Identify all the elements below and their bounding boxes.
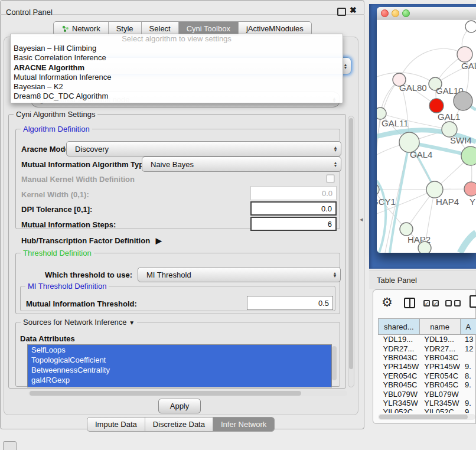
tab-label: Infer Network	[221, 420, 266, 429]
data-attributes-list[interactable]: SelfLoopsTopologicalCoefficientBetweenne…	[27, 344, 332, 387]
columns-icon[interactable]	[404, 298, 415, 308]
network-node-gal11[interactable]	[377, 107, 386, 119]
apply-label: Apply	[170, 402, 190, 410]
dpi-tolerance-label: DPI Tolerance [0,1]:	[21, 205, 92, 214]
aracne-mode-select[interactable]: Discovery ▲▼	[66, 141, 341, 156]
stepper-icon: ▲▼	[330, 272, 340, 278]
settings-vertical-scrollbar[interactable]	[348, 116, 354, 387]
tab-label: Impute Data	[95, 420, 137, 429]
network-node-label: HAP4	[436, 197, 459, 207]
deselect-all-icon[interactable]	[445, 300, 452, 306]
network-edge-highlighted[interactable]	[460, 233, 476, 253]
aracne-mode-label: Aracne Mode:	[21, 145, 72, 154]
network-node[interactable]	[418, 242, 431, 253]
table-cell: 9.	[460, 362, 476, 371]
network-node-hap4[interactable]	[426, 181, 443, 198]
attribute-item[interactable]: TopologicalCoefficient	[28, 355, 331, 365]
dropdown-item[interactable]: Bayesian – Hill Climbing	[11, 44, 343, 53]
table-container: shared...nameAYDL19...YDL19...13YDR27...…	[378, 318, 476, 413]
column-header[interactable]: shared...	[379, 319, 420, 335]
select-all-icon[interactable]: ✓	[423, 300, 430, 306]
dpi-tolerance-input[interactable]	[250, 201, 337, 216]
stepper-icon: ▲▼	[330, 161, 341, 167]
splitter-collapse-icon[interactable]: ◂	[360, 216, 363, 223]
table-row[interactable]: YLR345WYLR345W9.	[379, 399, 476, 407]
which-threshold-select[interactable]: MI Threshold ▲▼	[138, 267, 341, 282]
dropdown-item[interactable]: Dream8 DC_TDC Algorithm	[11, 92, 343, 101]
minimize-traffic-light[interactable]	[392, 9, 399, 17]
tab-label: jActiveMNodules	[246, 24, 304, 33]
table-row[interactable]: YPR145WYPR145W9.	[379, 362, 476, 371]
table-cell: YPR145W	[379, 362, 420, 371]
minimized-panel-icon[interactable]	[3, 441, 17, 450]
tab-infer-network[interactable]: Infer Network	[213, 418, 274, 431]
table-row[interactable]: YDL19...YDL19...13	[379, 335, 476, 344]
table-cell: YIL052C	[419, 407, 460, 413]
manual-kernel-width-checkbox[interactable]	[326, 174, 335, 183]
table-cell: YBL079W	[419, 389, 460, 398]
stepper-icon: ▲▼	[330, 146, 341, 152]
table-row[interactable]: YBL079WYBL079W	[379, 389, 476, 398]
network-edge[interactable]	[399, 48, 465, 80]
dropdown-item[interactable]: Basic Correlation Inference	[11, 53, 343, 63]
gear-icon[interactable]: ⚙	[382, 296, 393, 308]
control-panel-title: Control Panel	[6, 8, 53, 17]
deselect-all-icon[interactable]	[454, 300, 461, 306]
table-row[interactable]: YER054CYER054C8.	[379, 371, 476, 380]
attribute-item[interactable]: BetweennessCentrality	[28, 365, 331, 375]
attribute-item[interactable]: gal4RGexp	[28, 375, 331, 385]
settings-horizontal-scrollbar[interactable]	[28, 390, 347, 396]
tab-discretize-data[interactable]: Discretize Data	[145, 418, 213, 431]
close-traffic-light[interactable]	[381, 9, 389, 17]
mi-threshold-input[interactable]	[247, 296, 333, 310]
network-node-label: Y	[470, 197, 475, 207]
attributes-scrollbar[interactable]	[331, 345, 337, 386]
table-cell: YDR27...	[419, 344, 460, 353]
kernel-width-input[interactable]	[250, 186, 337, 200]
network-node-label: GAL4	[410, 149, 432, 159]
algorithm-dropdown: Select algorithm to view settings Bayesi…	[10, 34, 343, 103]
mi-steps-input[interactable]	[250, 217, 337, 231]
zoom-traffic-light[interactable]	[402, 9, 410, 17]
column-header[interactable]: name	[419, 319, 460, 335]
table-cell: YDR27...	[379, 344, 420, 353]
table-cell: YBR045C	[419, 380, 460, 389]
network-node[interactable]	[429, 99, 444, 113]
hub-definition-label: Hub/Transcription Factor Definition	[21, 236, 150, 245]
apply-button[interactable]: Apply	[158, 399, 201, 413]
mi-algorithm-type-select[interactable]: Naive Bayes ▲▼	[142, 156, 341, 172]
network-node[interactable]	[454, 92, 472, 110]
network-node-hap2[interactable]	[400, 223, 413, 236]
table-cell: YBR043C	[419, 353, 460, 362]
network-node-gal[interactable]	[457, 47, 472, 62]
table-horizontal-scrollbar[interactable]	[378, 414, 475, 420]
table-row[interactable]: YBR045CYBR045C9.	[379, 380, 476, 389]
file-icon[interactable]	[470, 295, 476, 308]
hub-definition-toggle[interactable]: Hub/Transcription Factor Definition ▶	[21, 236, 162, 245]
control-panel-titlebar[interactable]	[0, 0, 364, 15]
table-cell: YPR145W	[419, 362, 460, 371]
table-row[interactable]: YIL052CYIL052C9	[379, 407, 476, 413]
dropdown-item[interactable]: Mutual Information Inference	[11, 73, 343, 82]
column-header[interactable]: A	[460, 319, 476, 335]
attribute-item[interactable]: SelfLoops	[28, 345, 331, 355]
dropdown-item[interactable]: ARACNE Algorithm	[11, 63, 343, 73]
close-icon[interactable]: ✖	[350, 5, 357, 15]
table-panel-title: Table Panel	[377, 276, 417, 285]
tab-label: Cyni Toolbox	[187, 24, 230, 33]
network-node-swi4[interactable]	[461, 146, 476, 165]
network-node-y[interactable]	[464, 182, 476, 196]
tab-label: Discretize Data	[153, 420, 205, 429]
table-cell: YIL052C	[379, 407, 420, 413]
network-canvas[interactable]: GALGAL80GAL10GAL1GAL11GAL4SWI4HAP4YGCY1H…	[377, 19, 476, 253]
dropdown-item[interactable]: Bayesian – K2	[11, 82, 343, 92]
network-node-label: GAL11	[382, 118, 409, 128]
float-window-icon[interactable]	[337, 8, 346, 16]
table-cell: 9.	[460, 380, 476, 389]
sources-title-row[interactable]: Sources for Network Inference ▼	[21, 318, 137, 327]
table-row[interactable]: YBR043CYBR043C	[379, 353, 476, 362]
select-all-icon[interactable]: ✓	[432, 300, 439, 306]
tab-impute-data[interactable]: Impute Data	[87, 418, 145, 431]
network-node[interactable]	[465, 21, 476, 32]
table-row[interactable]: YDR27...YDR27...12	[379, 344, 476, 353]
